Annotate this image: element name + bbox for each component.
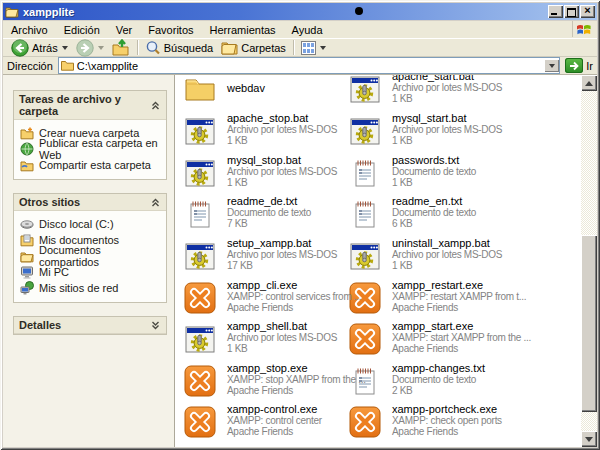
- panel-title: Tareas de archivo y carpeta: [19, 93, 150, 117]
- file-tile-mysql-stop-bat[interactable]: mysql_stop.batArchivo por lotes MS-DOS1 …: [184, 155, 349, 193]
- file-type-description: Archivo por lotes MS-DOS: [227, 124, 373, 135]
- file-tile-mysql-start-bat[interactable]: mysql_start.batArchivo por lotes MS-DOS1…: [349, 113, 514, 151]
- menu-item-ver[interactable]: Ver: [108, 23, 141, 37]
- file-tile-readme-en-txt[interactable]: readme_en.txtDocumento de texto6 KB: [349, 196, 514, 234]
- file-type-description: Documento de texto: [392, 207, 578, 218]
- file-tile-xampp-cli-exe[interactable]: xampp_cli.exeXAMPP: control services fro…: [184, 280, 349, 318]
- forward-button[interactable]: [72, 39, 108, 56]
- file-tile-text: xampp_shell.batArchivo por lotes MS-DOS1…: [227, 321, 373, 354]
- menu-item-edici-n[interactable]: Edición: [56, 23, 108, 37]
- file-name: xampp_start.exe: [392, 321, 578, 332]
- file-name: apache_stop.bat: [227, 113, 373, 124]
- file-name: xampp_shell.bat: [227, 321, 373, 332]
- file-name: xampp_stop.exe: [227, 363, 373, 374]
- folders-button[interactable]: Carpetas: [217, 39, 290, 56]
- file-name: xampp-control.exe: [227, 404, 373, 415]
- explorer-window: xampplite × ArchivoEdiciónVerFavoritosHe…: [0, 0, 600, 450]
- file-type-description: XAMPP: control services from ...: [227, 291, 373, 302]
- file-info: Apache Friends: [392, 426, 578, 437]
- file-name: readme_en.txt: [392, 196, 578, 207]
- address-combo[interactable]: C:\xampplite: [58, 57, 560, 74]
- toolbar-separator: [137, 40, 138, 55]
- file-tile-readme-de-txt[interactable]: readme_de.txtDocumento de texto7 KB: [184, 196, 349, 234]
- address-input[interactable]: C:\xampplite: [77, 60, 544, 72]
- network-icon: [20, 281, 34, 295]
- close-button[interactable]: ×: [580, 5, 595, 18]
- file-info: 2 KB: [392, 385, 578, 396]
- file-tile-xampp-changes-txt[interactable]: xampp-changes.txtDocumento de texto2 KB: [349, 363, 514, 401]
- sidebar-item-documentos-compartidos[interactable]: Documentos compartidos: [20, 248, 162, 264]
- file-info: 17 KB: [227, 260, 373, 271]
- sidebar-item-label: Mis sitios de red: [39, 282, 118, 294]
- scroll-down-button[interactable]: [581, 431, 597, 447]
- scrollbar-thumb[interactable]: [581, 235, 597, 412]
- file-tile-xampp-stop-exe[interactable]: xampp_stop.exeXAMPP: stop XAMPP from the…: [184, 363, 349, 401]
- menu-item-ayuda[interactable]: Ayuda: [284, 23, 331, 37]
- minimize-button[interactable]: [548, 5, 563, 18]
- file-type-description: Documento de texto: [227, 207, 373, 218]
- file-tile-text: setup_xampp.batArchivo por lotes MS-DOS1…: [227, 238, 373, 271]
- file-tile-passwords-txt[interactable]: passwords.txtDocumento de texto1 KB: [349, 155, 514, 193]
- sidebar-item-mis-sitios-de-red[interactable]: Mis sitios de red: [20, 280, 162, 296]
- batch-icon: [184, 240, 216, 272]
- sidebar-item-compartir-esta-carpeta[interactable]: Compartir esta carpeta: [20, 157, 162, 173]
- file-list: xampp-portcheck.exeXAMPP: check open por…: [175, 75, 597, 447]
- file-tile-uninstall-xampp-bat[interactable]: uninstall_xampp.batArchivo por lotes MS-…: [349, 238, 514, 276]
- up-folder-icon: [112, 39, 130, 56]
- file-type-description: Archivo por lotes MS-DOS: [227, 332, 373, 343]
- file-tile-xampp-start-exe[interactable]: xampp_start.exeXAMPP: start XAMPP from t…: [349, 321, 514, 359]
- maximize-button[interactable]: [564, 5, 579, 18]
- panel-body: Crear nueva carpetaPublicar esta carpeta…: [14, 120, 166, 179]
- sidebar-item-publicar-esta-carpeta-en-web[interactable]: Publicar esta carpeta en Web: [20, 141, 162, 157]
- file-name: xampp-portcheck.exe: [392, 404, 578, 415]
- file-tile-apache-start-bat[interactable]: apache_start.batArchivo por lotes MS-DOS…: [349, 75, 514, 109]
- file-tile-xampp-restart-exe[interactable]: xampp_restart.exeXAMPP: restart XAMPP fr…: [349, 280, 514, 318]
- folder-icon: [184, 75, 216, 105]
- file-tile-webdav[interactable]: webdav: [184, 75, 349, 109]
- scroll-up-button[interactable]: [581, 75, 597, 91]
- file-info: 6 KB: [392, 218, 578, 229]
- search-button[interactable]: Búsqueda: [141, 39, 218, 56]
- file-info: 1 KB: [392, 135, 578, 146]
- menu-item-herramientas[interactable]: Herramientas: [202, 23, 284, 37]
- panel-header-tareas-de-archivo-y-carpeta[interactable]: Tareas de archivo y carpeta: [14, 91, 166, 120]
- file-tile-apache-stop-bat[interactable]: apache_stop.batArchivo por lotes MS-DOS1…: [184, 113, 349, 151]
- views-dropdown-icon[interactable]: [320, 46, 326, 50]
- disk-icon: [20, 217, 34, 231]
- title-bar[interactable]: xampplite ×: [3, 3, 597, 20]
- file-info: 7 KB: [227, 218, 373, 229]
- chevron-double-down-icon: [150, 320, 161, 331]
- go-button[interactable]: [565, 58, 583, 73]
- back-dropdown-icon[interactable]: [62, 46, 68, 50]
- file-tile-text: passwords.txtDocumento de texto1 KB: [392, 155, 578, 188]
- address-dropdown-button[interactable]: [544, 59, 559, 72]
- window-title: xampplite: [23, 6, 547, 18]
- menu-item-favoritos[interactable]: Favoritos: [140, 23, 201, 37]
- vertical-scrollbar[interactable]: [581, 75, 597, 447]
- sidebar-item-label: Documentos compartidos: [39, 244, 162, 268]
- file-tile-text: webdav: [227, 75, 373, 94]
- address-label: Dirección: [7, 60, 53, 72]
- xampp-icon: [184, 365, 216, 397]
- file-tile-text: xampp-portcheck.exeXAMPP: check open por…: [392, 404, 578, 437]
- file-tile-setup-xampp-bat[interactable]: setup_xampp.batArchivo por lotes MS-DOS1…: [184, 238, 349, 276]
- file-tile-xampp-control-exe[interactable]: xampp-control.exeXAMPP: control centerAp…: [184, 404, 349, 442]
- file-name: readme_de.txt: [227, 196, 373, 207]
- menu-item-archivo[interactable]: Archivo: [3, 23, 56, 37]
- back-button[interactable]: Atrás: [7, 39, 72, 56]
- file-tile-xampp-portcheck-exe[interactable]: xampp-portcheck.exeXAMPP: check open por…: [349, 404, 514, 442]
- file-name: webdav: [227, 83, 373, 94]
- file-tile-xampp-shell-bat[interactable]: xampp_shell.batArchivo por lotes MS-DOS1…: [184, 321, 349, 359]
- panel-header-otros-sitios[interactable]: Otros sitios: [14, 194, 166, 211]
- file-name: xampp_cli.exe: [227, 280, 373, 291]
- panel-title: Otros sitios: [19, 196, 150, 208]
- chevron-double-up-icon: [150, 197, 161, 208]
- text-icon: [184, 198, 216, 230]
- views-button[interactable]: [297, 39, 330, 56]
- forward-dropdown-icon[interactable]: [98, 46, 104, 50]
- sidebar-item-disco-local-c[interactable]: Disco local (C:): [20, 216, 162, 232]
- scroll-up-icon: [585, 81, 593, 86]
- up-button[interactable]: [108, 39, 134, 56]
- menu-bar: ArchivoEdiciónVerFavoritosHerramientasAy…: [3, 21, 597, 39]
- panel-header-detalles[interactable]: Detalles: [14, 317, 166, 334]
